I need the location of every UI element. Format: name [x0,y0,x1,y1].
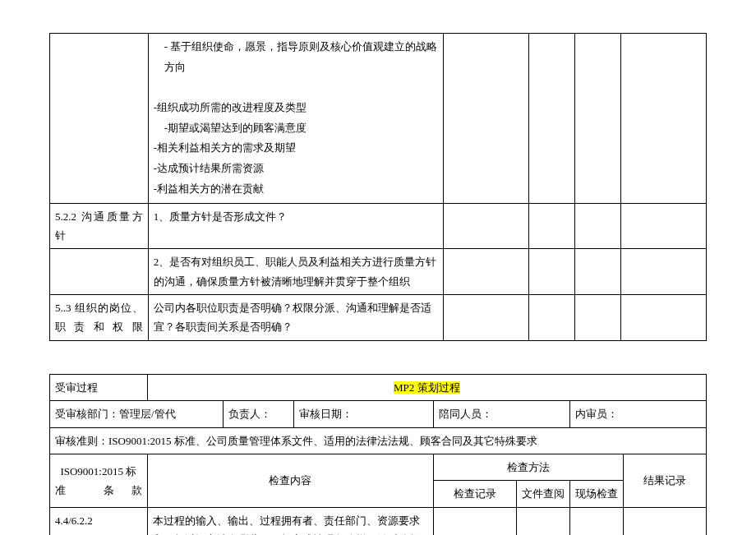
empty-cell [529,203,575,249]
check-method-header: 检查方法 [434,454,624,481]
process-label: 受审过程 [50,374,148,400]
empty-cell [621,203,707,249]
empty-cell [575,203,621,249]
table-row: 2、是否有对组织员工、职能人员及利益相关方进行质量方针的沟通，确保质量方针被清晰… [50,249,707,295]
empty-cell [621,34,707,204]
criteria-label: 审核准则： [55,435,108,447]
empty-cell [517,507,570,535]
empty-cell [621,295,707,341]
content-cell: 1、质量方针是否形成文件？ [148,203,444,249]
empty-cell [434,507,517,535]
file-review-header: 文件查阅 [517,481,570,507]
dept-cell: 受审核部门：管理层/管代 [50,401,224,427]
content-line: -利益相关方的潜在贡献 [154,182,264,195]
site-check-header: 现场检查 [570,481,624,507]
empty-cell [444,34,529,204]
content-cell: - 基于组织使命，愿景，指导原则及核心价值观建立的战略方向 -组织成功所需的改进… [148,34,444,204]
empty-cell [575,34,621,204]
content-cell: 本过程的输入、输出、过程拥有者、责任部门、资源要求和目标以及方法有哪些？目标完成… [147,507,434,535]
header-row-columns: ISO9001:2015 标准 条款 检查内容 检查方法 结果记录 [50,454,707,481]
empty-cell [570,507,624,535]
content-cell: 2、是否有对组织员工、职能人员及利益相关方进行质量方针的沟通，确保质量方针被清晰… [148,249,444,295]
empty-cell [444,203,529,249]
dept-value: 管理层/管代 [119,408,176,420]
empty-cell [575,249,621,295]
empty-cell [575,295,621,341]
empty-cell [529,295,575,341]
leader-cell: 负责人： [223,401,293,427]
date-cell: 审核日期： [293,401,433,427]
criteria-cell: 审核准则：ISO9001:2015 标准、公司质量管理体系文件、适用的法律法法规… [50,427,707,454]
clause-cell [50,34,149,204]
audit-table-2: 受审过程 MP2 策划过程 受审核部门：管理层/管代 负责人： 审核日期： 陪同… [49,374,707,535]
clause-cell [50,249,149,295]
empty-cell [621,249,707,295]
check-content-header: 检查内容 [147,454,434,508]
empty-cell [529,249,575,295]
content-line: -相关利益相关方的需求及期望 [154,141,296,154]
content-line: - 基于组织使命，愿景，指导原则及核心价值观建立的战略方向 [154,37,439,77]
process-value: MP2 策划过程 [394,381,460,394]
content-line: -期望或渴望达到的顾客满意度 [154,118,439,139]
empty-cell [444,249,529,295]
auditor-cell: 内审员： [570,401,707,427]
table-row: 5.2.2 沟通质量方针 1、质量方针是否形成文件？ [50,203,707,249]
clause-cell: 5..3 组织的岗位、职责和权限 [50,295,149,341]
clause-cell: 4.4/6.2.2 [50,507,148,535]
accomp-cell: 陪同人员： [434,401,570,427]
criteria-value: ISO9001:2015 标准、公司质量管理体系文件、适用的法律法法规、顾客合同… [108,435,537,447]
record-check-header: 检查记录 [434,481,517,507]
empty-cell [529,34,575,204]
table-row: 4.4/6.2.2 本过程的输入、输出、过程拥有者、责任部门、资源要求和目标以及… [50,507,707,535]
audit-table-1: - 基于组织使命，愿景，指导原则及核心价值观建立的战略方向 -组织成功所需的改进… [49,33,707,341]
result-header: 结果记录 [624,454,707,508]
empty-cell [444,295,529,341]
table-row: 5..3 组织的岗位、职责和权限 公司内各职位职责是否明确？权限分派、沟通和理解… [50,295,707,341]
content-cell: 公司内各职位职责是否明确？权限分派、沟通和理解是否适宜？各职责间关系是否明确？ [148,295,444,341]
process-value-cell: MP2 策划过程 [147,374,706,400]
clause-cell: 5.2.2 沟通质量方针 [50,203,149,249]
content-line: -达成预计结果所需资源 [154,162,264,174]
header-row-dept: 受审核部门：管理层/管代 负责人： 审核日期： 陪同人员： 内审员： [50,401,707,427]
table-row: - 基于组织使命，愿景，指导原则及核心价值观建立的战略方向 -组织成功所需的改进… [50,34,707,204]
content-line: -组织成功所需的改进程度及类型 [154,101,307,113]
std-label: ISO9001:2015 标准 条款 [50,454,148,508]
empty-cell [624,507,707,535]
dept-label: 受审核部门： [55,408,119,420]
header-row-criteria: 审核准则：ISO9001:2015 标准、公司质量管理体系文件、适用的法律法法规… [50,427,707,454]
header-row-process: 受审过程 MP2 策划过程 [50,374,707,400]
